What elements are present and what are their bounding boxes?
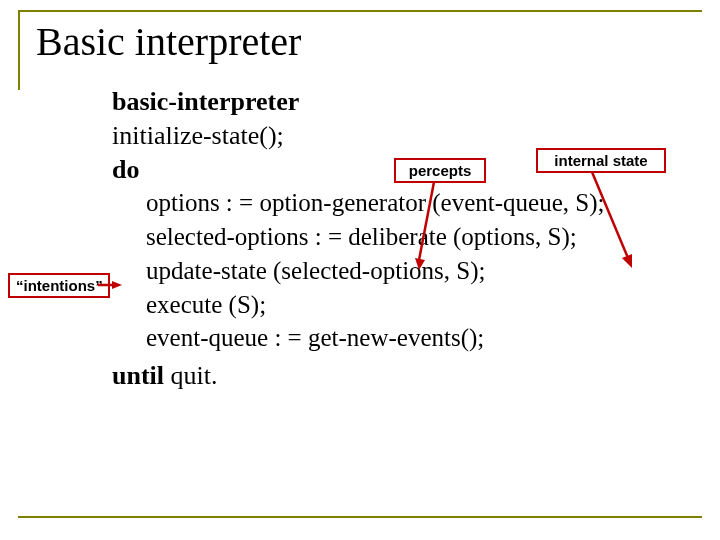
arrow-internal-state xyxy=(582,172,642,272)
rule-left xyxy=(18,10,20,90)
code-kw-do: do xyxy=(112,155,139,184)
svg-marker-1 xyxy=(415,258,425,270)
arrow-intentions xyxy=(98,278,122,292)
code-quit: quit. xyxy=(164,361,217,390)
svg-line-2 xyxy=(592,172,628,258)
annotation-intentions: “intentions” xyxy=(8,273,110,298)
svg-marker-5 xyxy=(112,281,122,289)
annotation-internal-state: internal state xyxy=(536,148,666,173)
annotation-percepts: percepts xyxy=(394,158,486,183)
svg-marker-3 xyxy=(622,254,632,268)
arrow-percepts xyxy=(414,182,454,272)
rule-bottom xyxy=(18,516,702,518)
code-line-4: execute (S); xyxy=(146,288,690,322)
code-kw-basic-interpreter: basic-interpreter xyxy=(112,87,299,116)
svg-line-0 xyxy=(419,182,434,260)
slide: Basic interpreter basic-interpreter init… xyxy=(0,0,720,540)
rule-top xyxy=(18,10,702,12)
page-title: Basic interpreter xyxy=(36,18,690,65)
code-kw-until: until xyxy=(112,361,164,390)
code-line-5: event-queue : = get-new-events(); xyxy=(146,321,690,355)
